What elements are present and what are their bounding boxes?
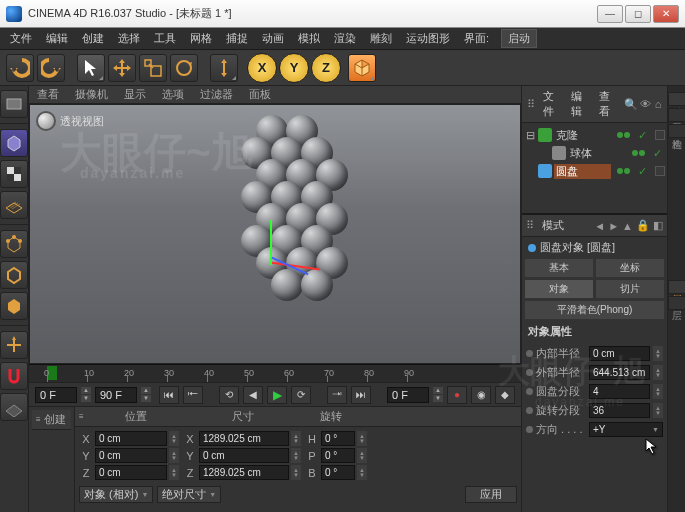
object-row[interactable]: 球体 ✓ xyxy=(524,144,665,162)
current-frame-field[interactable]: 0 F xyxy=(387,387,429,403)
menu-animate[interactable]: 动画 xyxy=(256,29,290,48)
maximize-button[interactable]: ◻ xyxy=(625,5,651,23)
close-button[interactable]: ✕ xyxy=(653,5,679,23)
attr-tab-slice[interactable]: 切片 xyxy=(595,279,665,299)
panel-grip-icon[interactable]: ⠿ xyxy=(526,97,536,111)
points-mode-button[interactable] xyxy=(0,230,28,258)
axis-gizmo[interactable] xyxy=(270,265,272,267)
polygons-mode-button[interactable] xyxy=(0,292,28,320)
object-tag[interactable] xyxy=(655,130,665,140)
size-X-field[interactable]: 1289.025 cm xyxy=(199,431,289,446)
om-search-icon[interactable]: 🔍 xyxy=(624,97,638,111)
visibility-check-icon[interactable]: ✓ xyxy=(638,129,650,142)
attr-new-icon[interactable]: ◧ xyxy=(653,219,663,232)
object-tree[interactable]: ⊟ 克隆 ✓ 球体 ✓ 圆盘 ✓ xyxy=(522,123,667,213)
vp-menu-view[interactable]: 查看 xyxy=(33,86,63,103)
visibility-check-icon[interactable]: ✓ xyxy=(653,147,665,160)
recent-tool[interactable] xyxy=(210,54,238,82)
size-mode-dropdown[interactable]: 绝对尺寸▼ xyxy=(157,486,221,503)
scale-tool[interactable] xyxy=(139,54,167,82)
object-row[interactable]: ⊟ 克隆 ✓ xyxy=(524,126,665,144)
spinner[interactable]: ▲▼ xyxy=(653,365,663,380)
menu-simulate[interactable]: 模拟 xyxy=(292,29,326,48)
size-Y-field[interactable]: 0 cm xyxy=(199,448,289,463)
menu-render[interactable]: 渲染 xyxy=(328,29,362,48)
spinner[interactable]: ▲▼ xyxy=(653,384,663,399)
model-mode-button[interactable] xyxy=(0,129,28,157)
spinner[interactable]: ▲▼ xyxy=(81,387,91,403)
viewport[interactable]: 透视视图 大眼仔~旭 dayanzai.me xyxy=(29,104,521,364)
record-button[interactable]: ● xyxy=(447,386,467,404)
interface-dropdown[interactable]: 启动 xyxy=(501,29,537,48)
axis-z-toggle[interactable]: Z xyxy=(311,53,341,83)
vp-menu-panel[interactable]: 面板 xyxy=(245,86,275,103)
apply-button[interactable]: 应用 xyxy=(465,486,517,503)
pos-Z-field[interactable]: 0 cm xyxy=(95,465,167,480)
goto-end-button[interactable]: ⏭ xyxy=(351,386,371,404)
attr-value-field[interactable]: 0 cm xyxy=(589,346,650,361)
object-name[interactable]: 球体 xyxy=(568,146,626,161)
spinner[interactable]: ▲▼ xyxy=(653,403,663,418)
timeline-ruler[interactable]: 0102030405060708090 xyxy=(29,364,521,382)
attr-up-button[interactable]: ▲ xyxy=(622,220,633,232)
attr-value-field[interactable]: 644.513 cm xyxy=(589,365,650,380)
next-frame-button[interactable]: ⟳ xyxy=(291,386,311,404)
menu-select[interactable]: 选择 xyxy=(112,29,146,48)
texture-mode-button[interactable] xyxy=(0,160,28,188)
vp-menu-camera[interactable]: 摄像机 xyxy=(71,86,112,103)
goto-key-next-button[interactable]: ⭲ xyxy=(327,386,347,404)
object-tag[interactable] xyxy=(655,166,665,176)
snap-button[interactable] xyxy=(0,362,28,390)
attr-mode-menu[interactable]: 模式 xyxy=(537,217,569,234)
keyframe-button[interactable]: ◆ xyxy=(495,386,515,404)
edges-mode-button[interactable] xyxy=(0,261,28,289)
make-editable-button[interactable] xyxy=(0,90,28,118)
om-home-icon[interactable]: ⌂ xyxy=(653,97,663,111)
attr-tab-phong[interactable]: 平滑着色(Phong) xyxy=(524,300,665,320)
object-row[interactable]: 圆盘 ✓ xyxy=(524,162,665,180)
rtab-layers[interactable]: 层 xyxy=(668,296,686,310)
visibility-check-icon[interactable]: ✓ xyxy=(638,165,650,178)
axis-x-toggle[interactable]: X xyxy=(247,53,277,83)
om-menu-edit[interactable]: 编辑 xyxy=(566,88,592,120)
menu-mograph[interactable]: 运动图形 xyxy=(400,29,456,48)
panel-grip-icon[interactable]: ⠿ xyxy=(526,219,534,232)
rtab-browser[interactable]: 内容浏览器 xyxy=(668,108,686,122)
move-tool[interactable] xyxy=(108,54,136,82)
rtab-attributes[interactable]: 属性 xyxy=(668,280,686,294)
object-name[interactable]: 圆盘 xyxy=(554,164,611,179)
goto-key-prev-button[interactable]: ⭰ xyxy=(183,386,203,404)
attr-value-field[interactable]: +Y ▼ xyxy=(589,422,663,437)
rtab-structure[interactable]: 构造 xyxy=(668,124,686,138)
rot-H-field[interactable]: 0 ° xyxy=(321,431,355,446)
attr-value-field[interactable]: 4 xyxy=(589,384,650,399)
select-tool[interactable] xyxy=(77,54,105,82)
om-menu-file[interactable]: 文件 xyxy=(538,88,564,120)
minimize-button[interactable]: — xyxy=(597,5,623,23)
attr-tab-object[interactable]: 对象 xyxy=(524,279,594,299)
om-menu-view[interactable]: 查看 xyxy=(594,88,620,120)
menu-mesh[interactable]: 网格 xyxy=(184,29,218,48)
spinner[interactable]: ▲▼ xyxy=(141,387,151,403)
prev-frame-button[interactable]: ⟲ xyxy=(219,386,239,404)
vp-menu-filter[interactable]: 过滤器 xyxy=(196,86,237,103)
attr-back-button[interactable]: ◄ xyxy=(594,220,605,232)
range-end-field[interactable]: 90 F xyxy=(95,387,137,403)
goto-start-button[interactable]: ⏮ xyxy=(159,386,179,404)
coord-system-button[interactable] xyxy=(348,54,376,82)
play-button[interactable]: ▶ xyxy=(267,386,287,404)
pos-Y-field[interactable]: 0 cm xyxy=(95,448,167,463)
attr-value-field[interactable]: 36 xyxy=(589,403,650,418)
vp-menu-display[interactable]: 显示 xyxy=(120,86,150,103)
rotate-tool[interactable] xyxy=(170,54,198,82)
create-menu[interactable]: ≡创建 xyxy=(32,410,71,430)
menu-snap[interactable]: 捕捉 xyxy=(220,29,254,48)
coord-mode-dropdown[interactable]: 对象 (相对)▼ xyxy=(79,486,153,503)
attr-tab-coord[interactable]: 坐标 xyxy=(595,258,665,278)
spinner[interactable]: ▲▼ xyxy=(653,346,663,361)
attr-fwd-button[interactable]: ► xyxy=(608,220,619,232)
pos-X-field[interactable]: 0 cm xyxy=(95,431,167,446)
object-name[interactable]: 克隆 xyxy=(554,128,611,143)
menu-file[interactable]: 文件 xyxy=(4,29,38,48)
soft-select-button[interactable] xyxy=(0,393,28,421)
